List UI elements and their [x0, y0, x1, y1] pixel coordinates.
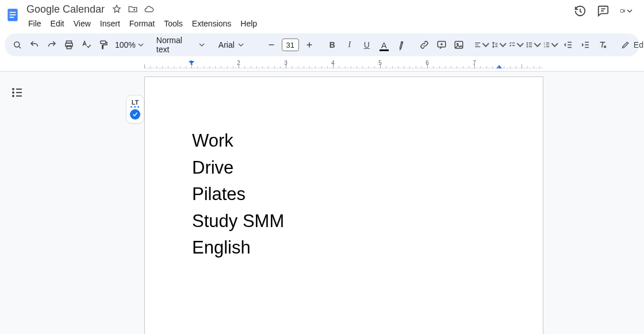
star-icon[interactable]	[112, 4, 122, 14]
font-family-value: Arial	[218, 40, 235, 49]
highlight-color-button[interactable]	[393, 37, 409, 53]
docs-logo-icon[interactable]	[5, 5, 21, 25]
menu-format[interactable]: Format	[125, 17, 159, 30]
text-color-button[interactable]: A	[376, 37, 392, 53]
ruler-label: 3	[284, 60, 288, 66]
zoom-dropdown[interactable]: 100%	[113, 40, 146, 49]
menu-help[interactable]: Help	[236, 17, 261, 30]
line-spacing-dropdown[interactable]	[491, 37, 507, 53]
svg-rect-1	[10, 12, 16, 13]
italic-button[interactable]: I	[342, 37, 358, 53]
document-title[interactable]: Google Calendar	[24, 3, 107, 16]
decrease-indent-icon[interactable]	[560, 37, 576, 53]
ruler-label: 6	[425, 60, 429, 66]
font-family-dropdown[interactable]: Arial	[215, 40, 256, 49]
ruler-label: 4	[331, 60, 335, 66]
meet-icon[interactable]	[620, 5, 632, 17]
cloud-status-icon[interactable]	[144, 4, 154, 14]
svg-point-21	[13, 95, 14, 97]
svg-point-14	[527, 44, 527, 45]
ruler-label: 5	[378, 60, 382, 66]
redo-icon[interactable]	[44, 37, 60, 53]
increase-indent-icon[interactable]	[577, 37, 593, 53]
history-icon[interactable]	[574, 5, 586, 17]
underline-button[interactable]: U	[359, 37, 375, 53]
document-line[interactable]: Drive	[192, 155, 497, 182]
font-size-increase[interactable]	[301, 37, 317, 53]
bold-button[interactable]: B	[324, 37, 340, 53]
document-line[interactable]: Pilates	[192, 181, 497, 208]
editing-mode-dropdown[interactable]: Editing	[619, 40, 644, 49]
print-icon[interactable]	[61, 37, 77, 53]
languagetool-icon[interactable]: LT	[132, 99, 139, 106]
spellcheck-icon[interactable]	[78, 37, 94, 53]
chevron-down-icon	[199, 40, 205, 49]
svg-point-15	[527, 47, 527, 47]
show-outline-icon[interactable]	[10, 86, 24, 99]
move-icon[interactable]	[128, 4, 138, 14]
ruler-label: 1	[190, 60, 193, 66]
zoom-value: 100%	[115, 40, 136, 49]
chevron-down-icon	[138, 40, 144, 49]
checklist-dropdown[interactable]	[508, 37, 524, 53]
paragraph-style-value: Normal text	[156, 36, 195, 54]
add-comment-icon[interactable]	[434, 37, 450, 53]
document-line[interactable]: Study SMM	[192, 208, 497, 235]
menu-extensions[interactable]: Extensions	[188, 17, 235, 30]
paint-format-icon[interactable]	[95, 37, 112, 53]
bulleted-list-dropdown[interactable]	[526, 37, 542, 53]
svg-rect-2	[10, 14, 16, 16]
comments-icon[interactable]	[597, 5, 610, 17]
document-page[interactable]: WorkDrivePilatesStudy SMMEnglish	[144, 76, 543, 334]
svg-point-13	[527, 43, 527, 43]
svg-rect-9	[101, 41, 106, 44]
right-indent-marker[interactable]	[496, 65, 502, 68]
editing-mode-label: Editing	[634, 40, 644, 49]
undo-icon[interactable]	[26, 37, 43, 53]
svg-rect-3	[10, 17, 14, 18]
svg-point-12	[457, 43, 458, 44]
insert-image-icon[interactable]	[451, 37, 467, 53]
toolbar: 100% Normal text Arial 31 B I U	[5, 33, 639, 56]
document-line[interactable]: English	[192, 235, 497, 262]
extension-badge-panel: LT	[126, 95, 144, 124]
menu-view[interactable]: View	[70, 17, 95, 30]
svg-text:3: 3	[544, 46, 545, 48]
insert-link-icon[interactable]	[416, 37, 432, 53]
align-dropdown[interactable]	[474, 37, 490, 53]
check-complete-icon[interactable]	[130, 109, 140, 120]
svg-point-5	[14, 42, 20, 47]
ruler-label: 7	[473, 60, 476, 66]
document-line[interactable]: Work	[192, 128, 497, 155]
search-menus-icon[interactable]	[9, 37, 25, 53]
chevron-down-icon	[238, 40, 244, 49]
menu-bar: File Edit View Insert Format Tools Exten…	[24, 16, 570, 31]
menu-edit[interactable]: Edit	[47, 17, 68, 30]
ruler-label: 2	[237, 60, 240, 66]
menu-insert[interactable]: Insert	[96, 17, 124, 30]
horizontal-ruler[interactable]: 1234567	[0, 60, 644, 71]
svg-point-19	[13, 89, 14, 90]
font-size-input[interactable]: 31	[282, 39, 299, 51]
paragraph-style-dropdown[interactable]: Normal text	[153, 36, 208, 54]
menu-file[interactable]: File	[24, 17, 45, 30]
menu-tools[interactable]: Tools	[160, 17, 187, 30]
numbered-list-dropdown[interactable]: 123	[543, 37, 559, 53]
font-size-decrease[interactable]	[263, 37, 279, 53]
svg-rect-4	[620, 10, 623, 13]
svg-point-20	[13, 92, 14, 93]
clear-formatting-icon[interactable]	[595, 37, 611, 53]
